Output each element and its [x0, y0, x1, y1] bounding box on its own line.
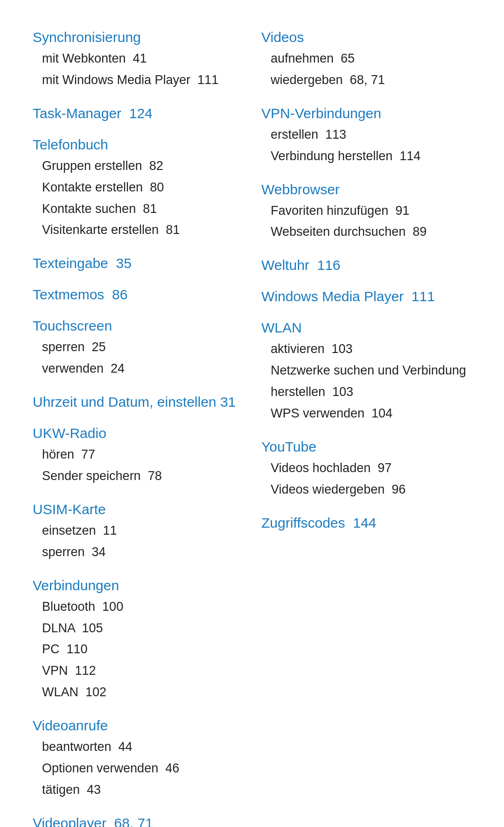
index-item: Favoriten hinzufügen 91: [261, 200, 471, 222]
index-heading: YouTube: [261, 438, 471, 456]
index-heading: VPN-Verbindungen: [261, 104, 471, 122]
index-heading-inline: Zugriffscodes 144: [261, 514, 471, 532]
index-item: beantworten 44: [33, 736, 243, 758]
index-heading: Verbindungen: [33, 576, 243, 594]
index-item: verwenden 24: [33, 358, 243, 380]
index-heading-multipage: Videoplayer 68, 71: [33, 814, 243, 827]
index-item: Videos hochladen 97: [261, 458, 471, 479]
index-item: hören 77: [33, 444, 243, 466]
index-item: aktivieren 103: [261, 339, 471, 360]
index-item: erstellen 113: [261, 124, 471, 146]
index-heading-inline: Windows Media Player 111: [261, 287, 471, 305]
left-column: Synchronisierungmit Webkonten 41mit Wind…: [33, 28, 243, 827]
index-heading-inline: Textmemos 86: [33, 285, 243, 304]
index-heading: UKW-Radio: [33, 424, 243, 442]
index-item: Visitenkarte erstellen 81: [33, 219, 243, 241]
index-item: WLAN 102: [33, 682, 243, 703]
index-heading: Videoanrufe: [33, 716, 243, 735]
index-item: Gruppen erstellen 82: [33, 156, 243, 177]
index-heading: Videos: [261, 28, 471, 46]
index-heading: Telefonbuch: [33, 135, 243, 154]
index-item: Verbindung herstellen 114: [261, 146, 471, 167]
index-item: Bluetooth 100: [33, 596, 243, 618]
index-heading: USIM-Karte: [33, 500, 243, 518]
index-item: aufnehmen 65: [261, 48, 471, 70]
index-item: Netzwerke suchen und Verbindung herstell…: [261, 360, 471, 403]
index-heading: Touchscreen: [33, 317, 243, 335]
index-item: VPN 112: [33, 660, 243, 682]
index-item: Videos wiedergeben 96: [261, 479, 471, 501]
index-heading: Uhrzeit und Datum, einstellen 31: [33, 393, 243, 411]
index-item: Sender speichern 78: [33, 466, 243, 487]
index-item: mit Windows Media Player 111: [33, 70, 243, 91]
index-item: sperren 34: [33, 542, 243, 563]
page-content: Synchronisierungmit Webkonten 41mit Wind…: [33, 28, 471, 827]
index-item: mit Webkonten 41: [33, 48, 243, 70]
index-item: Webseiten durchsuchen 89: [261, 221, 471, 243]
index-item: DLNA 105: [33, 618, 243, 639]
index-item: wiedergeben 68, 71: [261, 70, 471, 91]
index-item: sperren 25: [33, 337, 243, 358]
index-item: einsetzen 11: [33, 520, 243, 542]
index-heading: Webbrowser: [261, 180, 471, 198]
index-item: tätigen 43: [33, 779, 243, 801]
index-item: WPS verwenden 104: [261, 403, 471, 424]
index-heading-inline: Weltuhr 116: [261, 256, 471, 274]
index-item: Optionen verwenden 46: [33, 758, 243, 779]
index-item: PC 110: [33, 639, 243, 660]
right-column: Videosaufnehmen 65wiedergeben 68, 71VPN-…: [261, 28, 471, 827]
index-heading: WLAN: [261, 318, 471, 337]
index-item: Kontakte suchen 81: [33, 198, 243, 220]
index-heading: Synchronisierung: [33, 28, 243, 46]
index-heading-inline: Task-Manager 124: [33, 104, 243, 122]
index-item: Kontakte erstellen 80: [33, 177, 243, 198]
index-heading-inline: Texteingabe 35: [33, 254, 243, 272]
